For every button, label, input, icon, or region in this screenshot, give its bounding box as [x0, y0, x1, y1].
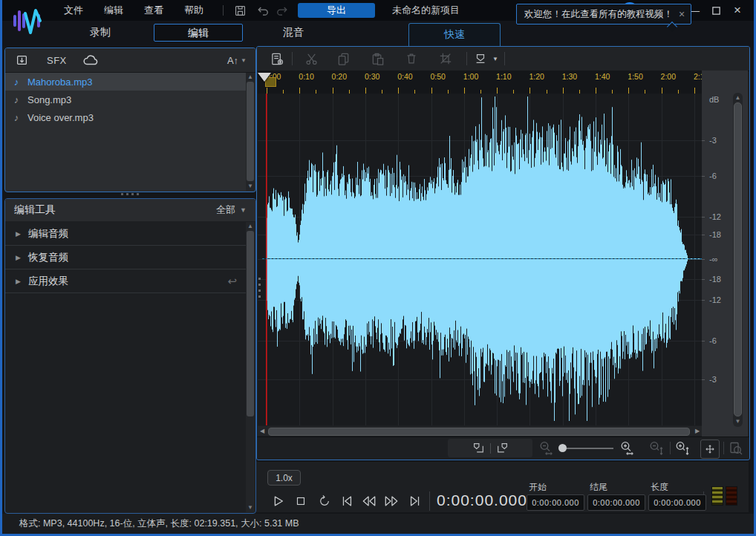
timeline-ruler[interactable]: 0:000:100:200:300:400:501:001:101:201:30…: [258, 71, 702, 95]
separator: [429, 491, 430, 511]
tools-filter-dropdown[interactable]: 全部: [216, 203, 240, 217]
marker-icon[interactable]: [471, 50, 490, 67]
rewind-icon[interactable]: [360, 493, 378, 509]
welcome-tooltip-text: 欢迎您！在此查看所有的教程视频！: [517, 8, 673, 21]
db-scale-label: -3: [709, 136, 717, 145]
tool-category-label: 编辑音频: [28, 227, 246, 241]
tab-mix[interactable]: 混音: [267, 24, 319, 40]
vertical-scrollbar[interactable]: ▲ ▼: [733, 93, 743, 427]
horizontal-scrollbar[interactable]: ◀ ▶: [258, 426, 702, 436]
zoom-out-horizontal-icon[interactable]: [538, 439, 555, 457]
ruler-tick: [333, 88, 333, 94]
file-list-item[interactable]: ♪Song.mp3: [5, 91, 246, 108]
timeline-label: 0:40: [397, 72, 412, 81]
sort-label: A↑: [227, 55, 238, 66]
fast-forward-icon[interactable]: [382, 493, 400, 509]
timeline-label: 1:40: [595, 72, 610, 81]
expand-arrow-icon[interactable]: ▶: [16, 254, 21, 261]
selection-field-value[interactable]: 0:00:00.000: [587, 494, 645, 511]
menu-file[interactable]: 文件: [53, 0, 94, 21]
file-name: Song.mp3: [27, 94, 71, 105]
loop-icon[interactable]: [316, 493, 333, 509]
zoom-out-vertical-icon[interactable]: [648, 439, 665, 457]
scroll-left-icon[interactable]: ◀: [258, 428, 267, 434]
tools-scrollbar[interactable]: ▲ ▼: [246, 222, 255, 512]
fit-to-window-icon[interactable]: [700, 439, 720, 459]
zoom-to-selection-icon[interactable]: [727, 439, 745, 457]
scroll-right-icon[interactable]: ▶: [693, 428, 702, 434]
export-button[interactable]: 导出: [298, 3, 375, 18]
zoom-slider-knob[interactable]: [558, 444, 567, 452]
reset-effects-icon[interactable]: ↩: [227, 275, 237, 288]
paste-icon[interactable]: [366, 50, 388, 67]
selection-field-label: 长度: [651, 481, 668, 494]
tab-record[interactable]: 录制: [74, 24, 126, 40]
playhead-marker[interactable]: [258, 73, 271, 82]
app-window: 文件编辑查看帮助 导出 未命名的新项目: [0, 0, 756, 536]
transport-bar: 1.0x 0:00:00.000 开始0:00:00.000结: [256, 462, 749, 512]
tool-category-row[interactable]: ▶应用效果↩: [5, 269, 246, 293]
editor-splitter-handle[interactable]: [258, 278, 261, 307]
selection-field-value[interactable]: 0:00:00.000: [527, 494, 584, 511]
ruler-tick: [628, 88, 629, 94]
tab-quick[interactable]: 快速: [408, 23, 501, 46]
library-scrollbar[interactable]: ▲ ▼: [246, 73, 255, 191]
expand-arrow-icon[interactable]: ▶: [16, 230, 21, 238]
file-list-item[interactable]: ♪Mahoroba.mp3: [5, 73, 246, 91]
file-list-item[interactable]: ♪Voice over.mp3: [5, 108, 246, 126]
marker-dropdown-chevron-icon[interactable]: ▼: [490, 50, 501, 67]
cut-icon[interactable]: [300, 50, 322, 67]
scrollbar-thumb[interactable]: [268, 428, 690, 436]
sfx-library-button[interactable]: SFX: [47, 55, 67, 66]
welcome-tooltip: 欢迎您！在此查看所有的教程视频！ ×: [516, 4, 691, 24]
expand-arrow-icon[interactable]: ▶: [16, 278, 21, 285]
zoom-in-vertical-icon[interactable]: [674, 439, 691, 457]
db-scale-tick: [702, 259, 705, 260]
redo-icon[interactable]: [274, 3, 290, 18]
go-to-end-icon[interactable]: [406, 493, 424, 509]
window-border-left: [0, 0, 2, 536]
copy-icon[interactable]: [332, 50, 354, 67]
workspace-tab-row: 录制编辑混音 快速: [0, 21, 756, 46]
ruler-tick: [431, 88, 432, 94]
tooltip-close-icon[interactable]: ×: [673, 8, 691, 20]
adjust-properties-icon[interactable]: [266, 50, 288, 67]
delete-trash-icon[interactable]: [400, 50, 423, 67]
save-icon[interactable]: [232, 3, 248, 18]
maximize-icon[interactable]: [708, 2, 724, 19]
db-scale: ▲ ▼ dB-3-6-12-18-∞-18-12-6-3: [702, 71, 748, 437]
play-icon[interactable]: [269, 493, 287, 509]
go-to-start-icon[interactable]: [338, 493, 356, 509]
separator: [504, 52, 505, 65]
timeline-label: 1:50: [628, 72, 642, 81]
app-logo: [7, 3, 46, 39]
tool-category-list: ▶编辑音频▶恢复音频▶应用效果↩: [5, 222, 246, 293]
mark-in-icon[interactable]: [471, 442, 486, 455]
undo-icon[interactable]: [255, 3, 271, 18]
tool-category-row[interactable]: ▶恢复音频: [5, 246, 246, 269]
zoom-in-horizontal-icon[interactable]: [619, 439, 636, 457]
cloud-icon[interactable]: [76, 48, 105, 72]
menu-help[interactable]: 帮助: [174, 0, 214, 21]
tab-edit[interactable]: 编辑: [154, 24, 243, 42]
sort-button[interactable]: A↑ ▼: [227, 55, 247, 66]
panel-splitter-handle[interactable]: [104, 192, 156, 196]
tool-category-row[interactable]: ▶编辑音频: [5, 222, 246, 246]
tool-category-label: 恢复音频: [28, 251, 246, 264]
selection-field-value[interactable]: 0:00:00.000: [648, 494, 706, 511]
close-icon[interactable]: ×: [729, 2, 746, 19]
trim-crop-icon[interactable]: [434, 50, 457, 67]
stop-icon[interactable]: [292, 493, 310, 509]
db-scale-tick: [702, 176, 705, 177]
menu-view[interactable]: 查看: [134, 0, 174, 21]
waveform-canvas[interactable]: [258, 94, 702, 425]
import-media-icon[interactable]: [5, 48, 38, 72]
music-note-icon: ♪: [5, 112, 27, 123]
timeline-label: 1:30: [562, 72, 577, 81]
zoom-slider-track[interactable]: [561, 448, 613, 449]
mark-out-icon[interactable]: [495, 442, 510, 455]
playback-speed-button[interactable]: 1.0x: [267, 470, 301, 486]
menu-edit[interactable]: 编辑: [94, 0, 134, 21]
waveform-display[interactable]: [258, 94, 702, 425]
db-scale-tick: [702, 217, 705, 218]
